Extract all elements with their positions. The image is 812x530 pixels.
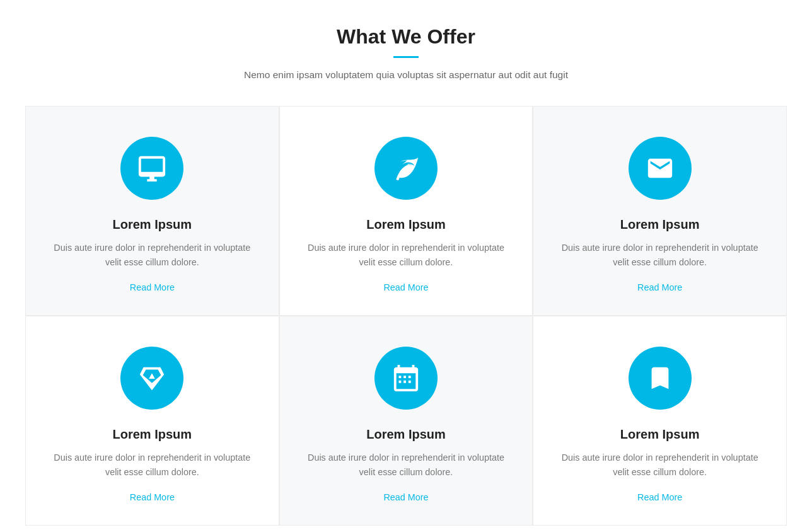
card-title-6: Lorem Ipsum xyxy=(620,427,700,442)
service-card-6: Lorem Ipsum Duis aute irure dolor in rep… xyxy=(533,316,787,526)
card-title-4: Lorem Ipsum xyxy=(113,427,192,442)
bookmark-icon-circle xyxy=(629,347,692,410)
mail-icon-circle xyxy=(629,137,692,200)
service-card-3: Lorem Ipsum Duis aute irure dolor in rep… xyxy=(533,106,787,316)
card-title-3: Lorem Ipsum xyxy=(620,217,700,232)
diamond-icon-circle xyxy=(120,347,183,410)
card-title-1: Lorem Ipsum xyxy=(113,217,192,232)
read-more-link-2[interactable]: Read More xyxy=(383,282,428,292)
card-title-2: Lorem Ipsum xyxy=(366,217,446,232)
cards-grid: Lorem Ipsum Duis aute irure dolor in rep… xyxy=(25,106,787,526)
leaf-icon-circle xyxy=(374,137,438,200)
section-title: What We Offer xyxy=(25,25,787,49)
section-divider xyxy=(393,56,419,58)
read-more-link-1[interactable]: Read More xyxy=(130,282,175,292)
monitor-icon-circle xyxy=(120,137,183,200)
card-description-4: Duis aute irure dolor in reprehenderit i… xyxy=(45,451,260,480)
card-description-6: Duis aute irure dolor in reprehenderit i… xyxy=(552,451,767,480)
card-description-2: Duis aute irure dolor in reprehenderit i… xyxy=(299,241,514,270)
card-description-1: Duis aute irure dolor in reprehenderit i… xyxy=(45,241,260,270)
section-subtitle: Nemo enim ipsam voluptatem quia voluptas… xyxy=(25,69,787,81)
read-more-link-6[interactable]: Read More xyxy=(637,492,682,502)
card-description-3: Duis aute irure dolor in reprehenderit i… xyxy=(552,241,767,270)
card-description-5: Duis aute irure dolor in reprehenderit i… xyxy=(299,451,514,480)
card-title-5: Lorem Ipsum xyxy=(366,427,446,442)
calendar-icon-circle xyxy=(374,347,438,410)
read-more-link-5[interactable]: Read More xyxy=(383,492,428,502)
read-more-link-4[interactable]: Read More xyxy=(130,492,175,502)
service-card-2: Lorem Ipsum Duis aute irure dolor in rep… xyxy=(279,106,533,316)
service-card-1: Lorem Ipsum Duis aute irure dolor in rep… xyxy=(25,106,279,316)
page-wrapper: What We Offer Nemo enim ipsam voluptatem… xyxy=(0,0,812,530)
service-card-4: Lorem Ipsum Duis aute irure dolor in rep… xyxy=(25,316,279,526)
section-header: What We Offer Nemo enim ipsam voluptatem… xyxy=(25,25,787,81)
service-card-5: Lorem Ipsum Duis aute irure dolor in rep… xyxy=(279,316,533,526)
read-more-link-3[interactable]: Read More xyxy=(637,282,682,292)
